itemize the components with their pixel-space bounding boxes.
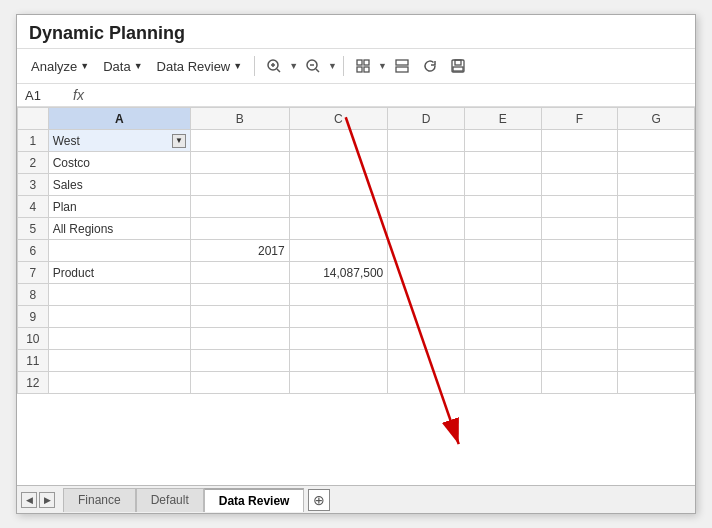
cell-e11[interactable] [464,350,541,372]
tab-finance[interactable]: Finance [63,488,136,512]
tab-data-review[interactable]: Data Review [204,488,305,512]
cell-d6[interactable] [388,240,465,262]
save-button[interactable] [445,53,471,79]
cell-a11[interactable] [48,350,190,372]
cell-g2[interactable] [618,152,695,174]
cell-d9[interactable] [388,306,465,328]
formula-input[interactable] [92,88,687,103]
cell-d3[interactable] [388,174,465,196]
layout2-button[interactable] [389,53,415,79]
cell-d7[interactable] [388,262,465,284]
cell-d8[interactable] [388,284,465,306]
zoom-in-button[interactable] [261,53,287,79]
cell-f9[interactable] [541,306,618,328]
cell-c5[interactable] [289,218,388,240]
cell-a5[interactable]: All Regions [48,218,190,240]
cell-f12[interactable] [541,372,618,394]
cell-g3[interactable] [618,174,695,196]
cell-f8[interactable] [541,284,618,306]
cell-b4[interactable] [191,196,290,218]
cell-a1[interactable]: West ▼ [48,130,190,152]
tab-default[interactable]: Default [136,488,204,512]
cell-e5[interactable] [464,218,541,240]
cell-a4[interactable]: Plan [48,196,190,218]
analyze-menu-button[interactable]: Analyze ▼ [25,56,95,77]
cell-f11[interactable] [541,350,618,372]
cell-c9[interactable] [289,306,388,328]
cell-b9[interactable] [191,306,290,328]
cell-b8[interactable] [191,284,290,306]
cell-g11[interactable] [618,350,695,372]
cell-e10[interactable] [464,328,541,350]
cell-d2[interactable] [388,152,465,174]
cell-f1[interactable] [541,130,618,152]
cell-e1[interactable] [464,130,541,152]
cell-c6[interactable] [289,240,388,262]
cell-b7[interactable] [191,262,290,284]
cell-b11[interactable] [191,350,290,372]
tab-next-button[interactable]: ▶ [39,492,55,508]
cell-e12[interactable] [464,372,541,394]
refresh-button[interactable] [417,53,443,79]
cell-c4[interactable] [289,196,388,218]
cell-d4[interactable] [388,196,465,218]
cell-g6[interactable] [618,240,695,262]
cell-d5[interactable] [388,218,465,240]
col-header-e[interactable]: E [464,108,541,130]
cell-e8[interactable] [464,284,541,306]
cell-e3[interactable] [464,174,541,196]
cell-dropdown-arrow[interactable]: ▼ [172,134,186,148]
col-header-d[interactable]: D [388,108,465,130]
cell-g10[interactable] [618,328,695,350]
cell-c10[interactable] [289,328,388,350]
zoom-out-button[interactable] [300,53,326,79]
cell-b3[interactable] [191,174,290,196]
cell-a12[interactable] [48,372,190,394]
add-tab-button[interactable]: ⊕ [308,489,330,511]
cell-g5[interactable] [618,218,695,240]
cell-g9[interactable] [618,306,695,328]
cell-c8[interactable] [289,284,388,306]
cell-e9[interactable] [464,306,541,328]
col-header-a[interactable]: A [48,108,190,130]
cell-c7[interactable]: 14,087,500 [289,262,388,284]
cell-d10[interactable] [388,328,465,350]
cell-b12[interactable] [191,372,290,394]
cell-a10[interactable] [48,328,190,350]
cell-f3[interactable] [541,174,618,196]
col-header-f[interactable]: F [541,108,618,130]
cell-f6[interactable] [541,240,618,262]
cell-b1[interactable] [191,130,290,152]
cell-f2[interactable] [541,152,618,174]
cell-g1[interactable] [618,130,695,152]
cell-c1[interactable] [289,130,388,152]
cell-f4[interactable] [541,196,618,218]
cell-d11[interactable] [388,350,465,372]
cell-b2[interactable] [191,152,290,174]
cell-e2[interactable] [464,152,541,174]
cell-c2[interactable] [289,152,388,174]
cell-g8[interactable] [618,284,695,306]
cell-c12[interactable] [289,372,388,394]
cell-a8[interactable] [48,284,190,306]
cell-e4[interactable] [464,196,541,218]
col-header-b[interactable]: B [191,108,290,130]
cell-c3[interactable] [289,174,388,196]
cell-b5[interactable] [191,218,290,240]
cell-a9[interactable] [48,306,190,328]
cell-d12[interactable] [388,372,465,394]
layout1-button[interactable] [350,53,376,79]
cell-f10[interactable] [541,328,618,350]
cell-a3[interactable]: Sales [48,174,190,196]
cell-a7[interactable]: Product [48,262,190,284]
cell-b10[interactable] [191,328,290,350]
cell-e6[interactable] [464,240,541,262]
cell-g4[interactable] [618,196,695,218]
col-header-c[interactable]: C [289,108,388,130]
cell-g12[interactable] [618,372,695,394]
cell-f7[interactable] [541,262,618,284]
cell-a2[interactable]: Costco [48,152,190,174]
cell-e7[interactable] [464,262,541,284]
data-review-menu-button[interactable]: Data Review ▼ [151,56,249,77]
cell-d1[interactable] [388,130,465,152]
